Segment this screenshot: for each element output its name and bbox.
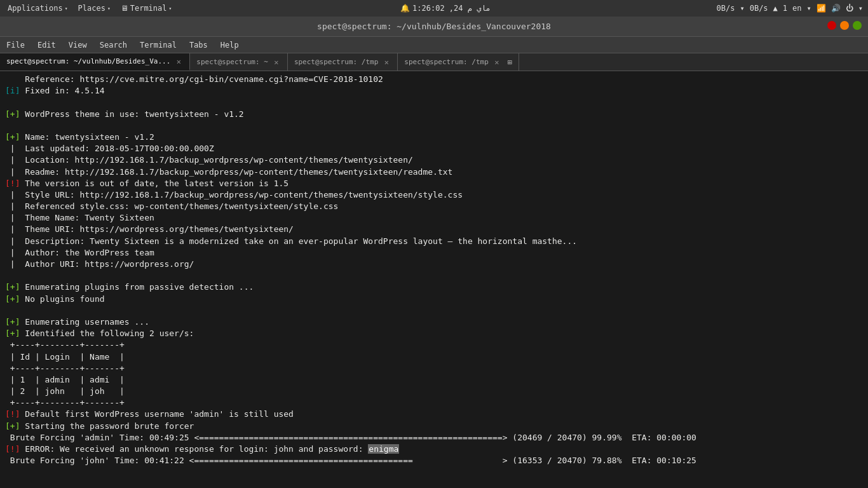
net-up: 0B/s	[750, 4, 768, 13]
tab-3-close[interactable]: ✕	[492, 58, 501, 67]
title-bar: spect@spectrum: ~/vulnhub/Besides_Vancou…	[0, 17, 868, 37]
line-3	[5, 97, 863, 108]
line-15: | Description: Twenty Sixteen is a moder…	[5, 236, 863, 247]
system-bar: Applications ▾ Places ▾ 🖥 Terminal ▾ 🔔 1…	[0, 0, 868, 17]
menu-bar: File Edit View Search Terminal Tabs Help	[0, 37, 868, 53]
line-4: [+] WordPress theme in use: twentysixtee…	[5, 109, 863, 120]
line-33: [!] ERROR: We received an unknown respon…	[5, 444, 863, 455]
tabs-bar: spect@spectrum: ~/vulnhub/Besides_Va... …	[0, 53, 868, 71]
tab-0-close[interactable]: ✕	[174, 57, 183, 66]
line-34: Brute Forcing 'john' Time: 00:41:22 <===…	[5, 455, 863, 466]
password-highlight: enigma	[368, 444, 399, 454]
menu-edit[interactable]: Edit	[34, 39, 60, 51]
net-down: 0B/s	[717, 4, 735, 13]
line-2: [i] Fixed in: 4.5.14	[5, 85, 863, 97]
line-28: | 2 | john | joh |	[5, 386, 863, 397]
menu-search[interactable]: Search	[96, 39, 131, 51]
lang-arrow: ▾	[807, 4, 811, 13]
tab-3[interactable]: spect@spectrum: /tmp ✕ ⊞	[398, 53, 519, 71]
terminal-menu[interactable]: 🖥 Terminal ▾	[118, 4, 175, 13]
line-18	[5, 270, 863, 281]
line-27: | 1 | admin | admi |	[5, 374, 863, 386]
terminal-arrow: ▾	[169, 6, 172, 11]
line-17: | Author URI: https://wordpress.org/	[5, 259, 863, 270]
tab-0-label: spect@spectrum: ~/vulnhub/Besides_Va...	[6, 57, 170, 65]
line-14: | Theme URI: https://wordpress.org/theme…	[5, 224, 863, 235]
line-10: [!] The version is out of date, the late…	[5, 178, 863, 189]
datetime: 1:26:02 ,24 ماي م	[412, 4, 491, 13]
tab-0[interactable]: spect@spectrum: ~/vulnhub/Besides_Va... …	[0, 53, 190, 71]
tab-3-extra: ⊞	[508, 58, 512, 67]
clock-icon: 🔔	[400, 4, 410, 13]
line-9: | Readme: http://192.168.1.7/backup_word…	[5, 166, 863, 178]
menu-file[interactable]: File	[3, 39, 29, 51]
line-12: | Referenced style.css: wp-content/theme…	[5, 201, 863, 212]
system-bar-clock: 🔔 1:26:02 ,24 ماي م	[400, 4, 491, 13]
line-6: [+] Name: twentysixteen - v1.2	[5, 132, 863, 143]
line-19: [+] Enumerating plugins from passive det…	[5, 281, 863, 293]
line-20: [+] No plugins found	[5, 294, 863, 305]
applications-arrow: ▾	[65, 6, 68, 11]
terminal-content[interactable]: Reference: https://cve.mitre.org/cgi-bin…	[0, 71, 868, 488]
line-11: | Style URL: http://192.168.1.7/backup_w…	[5, 189, 863, 201]
terminal-window: spect@spectrum: ~/vulnhub/Besides_Vancou…	[0, 17, 868, 488]
line-1: Reference: https://cve.mitre.org/cgi-bin…	[5, 74, 863, 85]
line-23: [+] Identified the following 2 user/s:	[5, 328, 863, 339]
num-indicator: 1	[783, 4, 787, 13]
line-21	[5, 305, 863, 316]
places-arrow: ▾	[107, 6, 111, 11]
close-button[interactable]	[827, 21, 836, 30]
line-13: | Theme Name: Twenty Sixteen	[5, 212, 863, 224]
menu-terminal[interactable]: Terminal	[136, 39, 180, 51]
window-controls	[827, 21, 862, 30]
line-8: | Location: http://192.168.1.7/backup_wo…	[5, 154, 863, 166]
applications-menu[interactable]: Applications ▾	[5, 4, 71, 13]
line-25: | Id | Login | Name |	[5, 351, 863, 363]
power-icon: ⏻	[846, 4, 853, 13]
net-up-arrow: ▲	[773, 4, 778, 13]
line-7: | Last updated: 2018-05-17T00:00:00.000Z	[5, 143, 863, 154]
line-29: +----+--------+-------+	[5, 397, 863, 409]
maximize-button[interactable]	[853, 21, 862, 30]
title-text: spect@spectrum: ~/vulnhub/Besides_Vancou…	[317, 22, 551, 31]
places-menu[interactable]: Places ▾	[76, 4, 113, 13]
tab-1-close[interactable]: ✕	[272, 58, 281, 67]
system-bar-right: 0B/s ▾ 0B/s ▲ 1 en ▾ 📶 🔊 ⏻ ▾	[717, 4, 863, 13]
line-5	[5, 120, 863, 132]
tab-2[interactable]: spect@spectrum: /tmp ✕	[288, 53, 398, 71]
tab-2-label: spect@spectrum: /tmp	[294, 58, 378, 66]
volume-icon: 🔊	[831, 4, 841, 13]
net-down-arrow: ▾	[740, 4, 744, 13]
terminal-label: Terminal	[130, 4, 167, 13]
menu-view[interactable]: View	[65, 39, 91, 51]
line-16: | Author: the WordPress team	[5, 247, 863, 259]
terminal-icon: 🖥	[121, 4, 128, 13]
tab-2-close[interactable]: ✕	[382, 58, 391, 67]
places-label: Places	[78, 4, 105, 13]
wifi-icon: 📶	[817, 4, 826, 13]
tab-1[interactable]: spect@spectrum: ~ ✕	[190, 53, 288, 71]
tab-1-label: spect@spectrum: ~	[196, 58, 268, 66]
minimize-button[interactable]	[840, 21, 849, 30]
line-32: Brute Forcing 'admin' Time: 00:49:25 <==…	[5, 432, 863, 444]
line-26: +----+--------+-------+	[5, 363, 863, 374]
line-24: +----+--------+-------+	[5, 339, 863, 351]
menu-help[interactable]: Help	[217, 39, 243, 51]
power-arrow: ▾	[858, 4, 863, 13]
applications-label: Applications	[8, 4, 63, 13]
menu-tabs[interactable]: Tabs	[186, 39, 212, 51]
line-22: [+] Enumerating usernames ...	[5, 316, 863, 328]
line-30: [!] Default first WordPress username 'ad…	[5, 409, 863, 420]
tab-3-label: spect@spectrum: /tmp	[404, 58, 488, 66]
lang-indicator: en	[792, 4, 801, 13]
line-31: [+] Starting the password brute forcer	[5, 421, 863, 432]
system-bar-left: Applications ▾ Places ▾ 🖥 Terminal ▾	[5, 4, 174, 13]
